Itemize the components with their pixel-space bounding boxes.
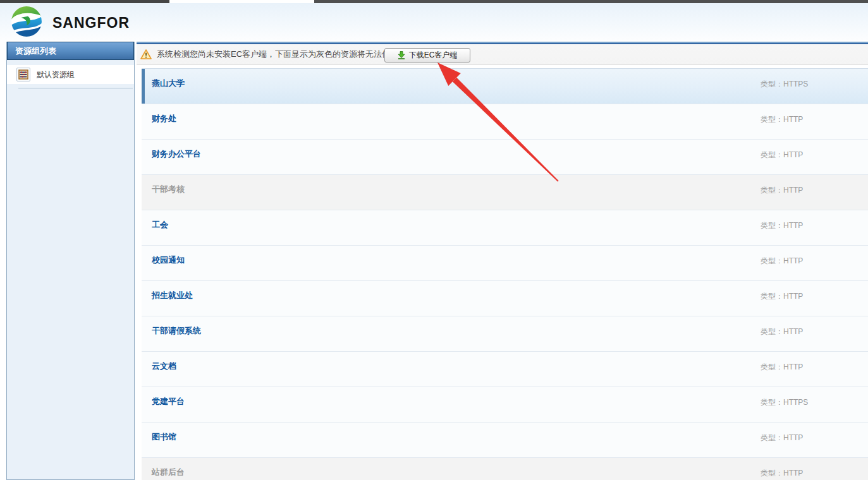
resource-row[interactable]: 图书馆类型：HTTP — [142, 423, 868, 458]
resource-name: 财务处 — [152, 113, 176, 124]
resource-name: 干部考核 — [152, 184, 185, 195]
resource-type: 类型：HTTP — [761, 468, 803, 479]
brand-name: SANGFOR — [52, 15, 130, 32]
resource-row[interactable]: 财务办公平台类型：HTTP — [142, 140, 868, 175]
brand-logo: SANGFOR — [11, 6, 130, 40]
resource-row[interactable]: 云文档类型：HTTP — [142, 352, 868, 387]
resource-row[interactable]: 校园通知类型：HTTP — [142, 246, 868, 281]
resource-name: 图书馆 — [152, 431, 176, 443]
resource-type: 类型：HTTP — [761, 114, 803, 125]
resource-name: 干部请假系统 — [152, 325, 201, 337]
download-icon — [398, 51, 405, 59]
selected-row-accent — [142, 69, 145, 104]
main-area: 系统检测您尚未安装EC客户端，下面显示为灰色的资源将无法使用。 下载EC客户端 … — [137, 42, 868, 480]
app-header: SANGFOR — [0, 3, 868, 40]
resource-type: 类型：HTTPS — [761, 397, 808, 408]
sidebar-separator — [18, 88, 133, 88]
download-button-label: 下载EC客户端 — [409, 50, 458, 61]
resource-row: 干部考核类型：HTTP — [142, 175, 868, 210]
resource-type: 类型：HTTP — [761, 220, 803, 231]
sidebar-title: 资源组列表 — [7, 42, 134, 60]
notice-bar: 系统检测您尚未安装EC客户端，下面显示为灰色的资源将无法使用。 下载EC客户端 — [137, 42, 868, 65]
sidebar-item-default-resource-group[interactable]: 默认资源组 — [7, 65, 134, 84]
resource-name: 云文档 — [152, 361, 176, 372]
resource-row[interactable]: 招生就业处类型：HTTP — [142, 281, 868, 316]
resource-type: 类型：HTTP — [761, 185, 803, 196]
resource-group-icon — [16, 68, 30, 81]
resource-name: 校园通知 — [152, 255, 185, 266]
resource-name: 招生就业处 — [152, 290, 193, 301]
resource-type: 类型：HTTP — [761, 291, 803, 302]
resource-row[interactable]: 燕山大学类型：HTTPS — [142, 69, 868, 104]
notice-text: 系统检测您尚未安装EC客户端，下面显示为灰色的资源将无法使用。 — [157, 49, 406, 60]
sangfor-globe-icon — [11, 6, 42, 40]
resource-name: 财务办公平台 — [152, 148, 201, 160]
resource-row[interactable]: 干部请假系统类型：HTTP — [142, 316, 868, 352]
resource-type: 类型：HTTPS — [761, 79, 808, 90]
sidebar-item-label: 默认资源组 — [37, 69, 75, 80]
resource-name: 燕山大学 — [152, 78, 185, 89]
resource-list: 燕山大学类型：HTTPS财务处类型：HTTP财务办公平台类型：HTTP干部考核类… — [142, 68, 868, 480]
resource-row[interactable]: 党建平台类型：HTTPS — [142, 387, 868, 423]
resource-type: 类型：HTTP — [761, 150, 803, 160]
resource-row[interactable]: 工会类型：HTTP — [142, 210, 868, 246]
resource-name: 站群后台 — [152, 467, 185, 478]
resource-group-sidebar: 资源组列表 默认资源组 — [6, 42, 135, 480]
resource-row[interactable]: 财务处类型：HTTP — [142, 104, 868, 140]
resource-type: 类型：HTTP — [761, 362, 803, 373]
resource-type: 类型：HTTP — [761, 433, 803, 443]
resource-name: 党建平台 — [152, 396, 185, 407]
page: SANGFOR 资源组列表 默认资源组 — [0, 0, 868, 480]
download-ec-client-button[interactable]: 下载EC客户端 — [384, 48, 470, 63]
warning-icon — [140, 49, 152, 59]
resource-row: 站群后台类型：HTTP — [142, 458, 868, 480]
resource-name: 工会 — [152, 219, 168, 231]
resource-type: 类型：HTTP — [761, 256, 803, 267]
resource-type: 类型：HTTP — [761, 327, 803, 337]
